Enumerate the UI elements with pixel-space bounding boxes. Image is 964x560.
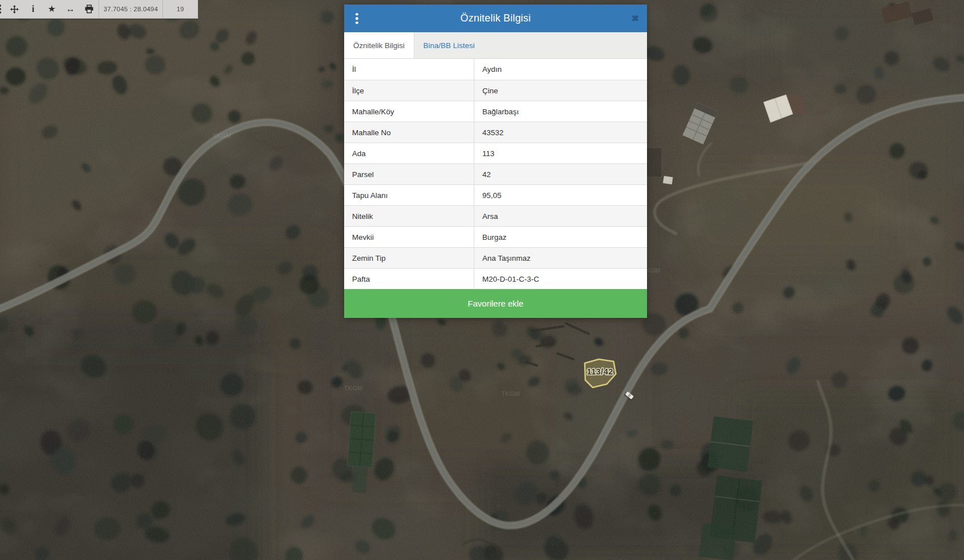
table-row: Tapu Alanı95,05 bbox=[344, 184, 647, 205]
kebab-menu-icon[interactable] bbox=[354, 11, 360, 26]
modal-title: Öznitelik Bilgisi bbox=[344, 12, 647, 24]
row-label: İl bbox=[344, 59, 474, 80]
row-label: Tapu Alanı bbox=[344, 185, 474, 205]
row-value: 42 bbox=[474, 164, 647, 184]
map-watermark: TKGM bbox=[502, 390, 520, 397]
measure-button[interactable]: ↔ bbox=[61, 0, 80, 18]
row-label: Parsel bbox=[344, 164, 474, 184]
measure-icon: ↔ bbox=[66, 5, 75, 14]
table-row: İlAydın bbox=[344, 59, 647, 80]
tab-oznitelik-bilgisi[interactable]: Öznitelik Bilgisi bbox=[344, 32, 414, 58]
favorites-button[interactable]: ★ bbox=[42, 0, 61, 18]
modal-tabs: Öznitelik BilgisiBina/BB Listesi bbox=[344, 32, 647, 58]
row-value: Arsa bbox=[474, 206, 647, 226]
table-row: Zemin TipAna Taşınmaz bbox=[344, 247, 647, 268]
row-value: 43532 bbox=[474, 122, 647, 143]
print-icon bbox=[84, 5, 94, 14]
table-row: MevkiiBurgaz bbox=[344, 226, 647, 247]
add-to-favorites-button[interactable]: Favorilere ekle bbox=[344, 289, 647, 318]
attribute-modal: Öznitelik Bilgisi ✖ Öznitelik BilgisiBin… bbox=[344, 5, 647, 318]
pan-button[interactable] bbox=[5, 0, 24, 18]
info-button[interactable]: i bbox=[24, 0, 42, 18]
close-icon[interactable]: ✖ bbox=[632, 14, 639, 23]
row-value: 95,05 bbox=[474, 185, 647, 205]
star-icon: ★ bbox=[48, 5, 55, 14]
zoom-level-readout: 19 bbox=[162, 0, 198, 18]
print-button[interactable] bbox=[80, 0, 98, 18]
row-label: Zemin Tip bbox=[344, 248, 474, 268]
row-label: Mahalle No bbox=[344, 122, 474, 143]
row-value: Burgaz bbox=[474, 227, 647, 247]
table-row: Mahalle No43532 bbox=[344, 122, 647, 143]
coordinates-readout: 37.7045 : 28.0494 bbox=[98, 0, 162, 18]
info-icon: i bbox=[32, 5, 34, 14]
row-label: Mevkii bbox=[344, 227, 474, 247]
row-label: Pafta bbox=[344, 269, 474, 289]
row-value: M20-D-01-C-3-C bbox=[474, 269, 647, 289]
row-value: Çine bbox=[474, 80, 647, 101]
map-watermark: TKGM bbox=[213, 132, 231, 139]
attribute-table: İlAydınİlçeÇineMahalle/KöyBağlarbaşıMaha… bbox=[344, 58, 647, 289]
row-value: 113 bbox=[474, 143, 647, 163]
move-icon bbox=[10, 5, 19, 14]
table-row: PaftaM20-D-01-C-3-C bbox=[344, 268, 647, 289]
row-label: Mahalle/Köy bbox=[344, 101, 474, 122]
row-label: İlçe bbox=[344, 80, 474, 101]
modal-header: Öznitelik Bilgisi ✖ bbox=[344, 5, 647, 32]
row-value: Ana Taşınmaz bbox=[474, 248, 647, 268]
map-watermark: TKGM bbox=[344, 385, 362, 391]
table-row: Ada113 bbox=[344, 143, 647, 163]
map-toolbar: i ★ ↔ 37.7045 : 28.0494 19 bbox=[0, 0, 198, 19]
row-value: Bağlarbaşı bbox=[474, 101, 647, 122]
tab-bina-bb-listesi[interactable]: Bina/BB Listesi bbox=[414, 32, 484, 58]
clipped-icon bbox=[0, 0, 5, 18]
row-label: Ada bbox=[344, 143, 474, 163]
parcel-label: 113/42 bbox=[587, 367, 614, 376]
table-row: İlçeÇine bbox=[344, 80, 647, 101]
row-label: Nitelik bbox=[344, 206, 474, 226]
row-value: Aydın bbox=[474, 59, 647, 80]
table-row: NitelikArsa bbox=[344, 205, 647, 226]
table-row: Parsel42 bbox=[344, 163, 647, 184]
table-row: Mahalle/KöyBağlarbaşı bbox=[344, 101, 647, 122]
